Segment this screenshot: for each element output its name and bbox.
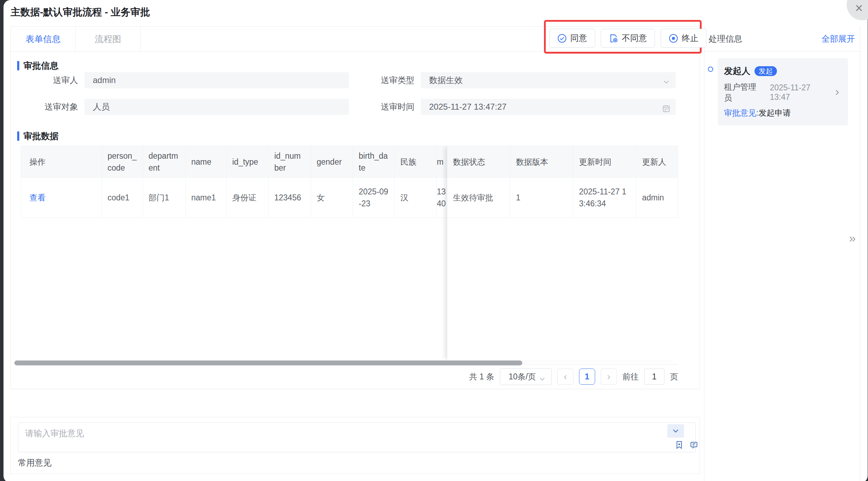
submit-type-select[interactable]: 数据生效 (421, 72, 676, 88)
comment-bubble-icon[interactable] (689, 440, 698, 449)
goto-prefix: 前往 (622, 371, 639, 382)
collapse-panel-icon[interactable]: » (849, 231, 856, 245)
field-submit-type: 送审类型 数据生效 (375, 72, 676, 88)
column-header-birth-date: birth_date (353, 146, 395, 178)
column-header-action: 操作 (21, 146, 102, 178)
document-x-icon (609, 34, 618, 43)
expand-all-link[interactable]: 全部展开 (821, 33, 855, 44)
chevron-right-icon[interactable] (833, 88, 842, 97)
disagree-button[interactable]: 不同意 (601, 29, 655, 48)
form-tab-card: 表单信息 流程图 审批信息 送审人 admin 送审类型 数据生效 送审对象 人… (11, 26, 700, 389)
initiator-node-card[interactable]: 发起人 发起 租户管理员 2025-11-27 13:47 审批意见:发起申请 (718, 58, 848, 125)
cell-name: name1 (186, 178, 227, 218)
process-info-panel: 处理信息 全部展开 发起人 发起 租户管理员 2025-11-27 13:47 … (704, 26, 860, 481)
prev-page-button[interactable]: ‹ (557, 369, 573, 385)
close-button[interactable]: × (847, 0, 868, 20)
section-approval-info: 审批信息 (17, 60, 58, 71)
column-header-data-status: 数据状态 (447, 146, 510, 178)
terminate-label: 终止 (682, 33, 698, 44)
column-header-department: department (143, 146, 186, 178)
horizontal-scrollbar[interactable] (14, 360, 522, 365)
tab-flowchart[interactable]: 流程图 (76, 27, 140, 51)
node-badge: 发起 (755, 66, 777, 76)
cell-department: 部门1 (143, 178, 186, 218)
next-page-button[interactable]: › (601, 369, 617, 385)
field-submitter-label: 送审人 (18, 75, 84, 86)
approval-dialog: 主数据-默认审批流程 - 业务审批 × 表单信息 流程图 审批信息 送审人 ad… (4, 0, 868, 481)
fixed-header-row: 数据状态 数据版本 更新时间 更新人 (447, 146, 678, 178)
field-submit-object-label: 送审对象 (18, 101, 84, 112)
action-bar: 同意 不同意 终止 (549, 29, 707, 48)
textarea-tools (675, 440, 698, 449)
node-operator: 租户管理员 (724, 82, 764, 103)
node-title-line: 发起人 发起 (724, 65, 842, 77)
current-page-button[interactable]: 1 (579, 369, 595, 385)
page-size-value: 10条/页 (509, 372, 536, 381)
terminate-button[interactable]: 终止 (661, 29, 707, 48)
panel-title: 处理信息 (709, 33, 742, 44)
calendar-icon (662, 102, 671, 115)
bookmark-star-icon[interactable] (675, 440, 684, 449)
cell-birth-date: 2025-09-23 (353, 178, 395, 218)
section-approval-info-label: 审批信息 (23, 60, 58, 71)
cell-ethnicity: 汉 (395, 178, 437, 218)
approval-comment-input[interactable] (18, 422, 696, 452)
chevron-down-icon (662, 76, 671, 88)
cell-person-code: code1 (102, 178, 143, 218)
column-header-person-code: person_code (102, 146, 143, 178)
common-opinion-toggle[interactable] (667, 424, 684, 438)
chevron-down-icon (538, 372, 546, 389)
node-name: 发起人 (724, 65, 750, 77)
common-opinion-row: 常用意见 (18, 452, 693, 473)
comment-section: 常用意见 (11, 417, 700, 474)
cell-update-time: 2025-11-27 13:46:34 (573, 178, 636, 218)
approval-data-table: 操作 person_code department name id_type i… (21, 146, 678, 364)
opinion-label: 审批意见: (724, 108, 758, 117)
cell-updater: admin (636, 178, 678, 218)
field-submit-time: 送审时间 2025-11-27 13:47:27 (375, 99, 676, 115)
field-submit-type-label: 送审类型 (375, 75, 421, 86)
goto-suffix: 页 (670, 371, 678, 382)
node-opinion-line: 审批意见:发起申请 (724, 108, 842, 118)
disagree-label: 不同意 (622, 33, 647, 44)
column-header-updater: 更新人 (636, 146, 678, 178)
tab-form-info[interactable]: 表单信息 (11, 27, 76, 51)
column-header-id-number: id_number (269, 146, 311, 178)
view-link[interactable]: 查看 (29, 192, 96, 204)
submit-type-value: 数据生效 (429, 75, 463, 85)
fixed-columns: 数据状态 数据版本 更新时间 更新人 生效待审批 1 2025-11-27 13… (447, 146, 678, 360)
agree-label: 同意 (570, 33, 587, 44)
column-header-id-type: id_type (227, 146, 269, 178)
node-time: 2025-11-27 13:47 (770, 83, 833, 102)
node-meta-line: 租户管理员 2025-11-27 13:47 (724, 82, 842, 103)
cell-id-number: 123456 (269, 178, 311, 218)
cell-action: 查看 (21, 178, 102, 218)
section-bar (17, 61, 19, 70)
column-header-data-version: 数据版本 (510, 146, 573, 178)
fixed-body-row: 生效待审批 1 2025-11-27 13:46:34 admin (447, 178, 678, 218)
page-size-select[interactable]: 10条/页 (500, 368, 552, 385)
submit-time-input[interactable]: 2025-11-27 13:47:27 (421, 99, 676, 115)
cell-gender: 女 (311, 178, 353, 218)
cell-id-type: 身份证 (227, 178, 269, 218)
submit-time-value: 2025-11-27 13:47:27 (429, 102, 507, 111)
pagination-total: 共 1 条 (469, 371, 494, 382)
field-submit-time-label: 送审时间 (375, 101, 421, 112)
column-header-name: name (186, 146, 227, 178)
dialog-title: 主数据-默认审批流程 - 业务审批 (11, 6, 150, 19)
cell-data-version: 1 (510, 178, 573, 218)
submit-object-input[interactable]: 人员 (84, 99, 349, 115)
panel-header: 处理信息 全部展开 (704, 26, 860, 51)
goto-page-input[interactable] (644, 369, 664, 385)
cell-data-status: 生效待审批 (447, 178, 510, 218)
submitter-input[interactable]: admin (84, 72, 349, 88)
section-bar (17, 131, 19, 141)
column-header-gender: gender (311, 146, 353, 178)
chevron-down-icon (671, 426, 680, 435)
timeline-dot (708, 67, 713, 72)
stop-circle-icon (669, 34, 678, 43)
agree-button[interactable]: 同意 (549, 29, 595, 48)
field-submitter: 送审人 admin (18, 72, 349, 88)
section-approval-data: 审批数据 (17, 130, 58, 142)
check-circle-icon (557, 34, 567, 43)
